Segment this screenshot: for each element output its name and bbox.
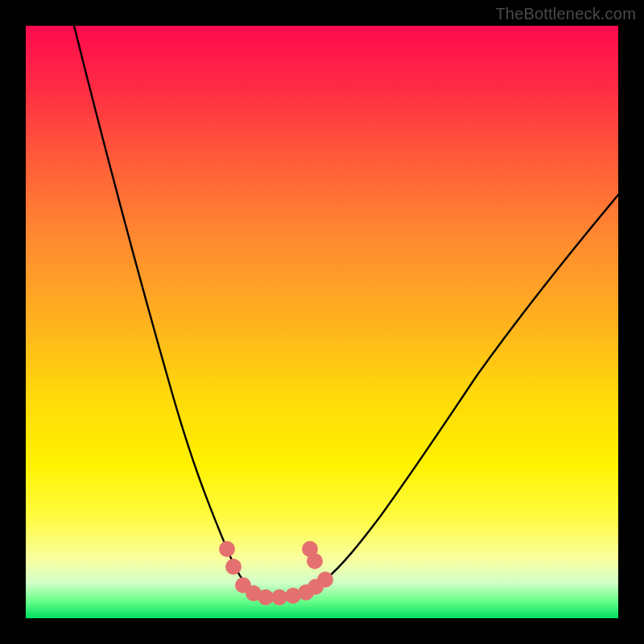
bottleneck-curve xyxy=(74,26,618,598)
svg-point-11 xyxy=(307,553,323,569)
watermark-text: TheBottleneck.com xyxy=(495,5,636,23)
svg-point-9 xyxy=(317,572,333,588)
chart-frame: TheBottleneck.com xyxy=(0,0,644,644)
plot-area xyxy=(26,26,618,618)
svg-point-0 xyxy=(219,541,235,557)
svg-point-5 xyxy=(271,589,287,605)
curve-layer xyxy=(26,26,618,618)
svg-point-1 xyxy=(225,559,242,575)
highlight-dots xyxy=(219,541,333,605)
